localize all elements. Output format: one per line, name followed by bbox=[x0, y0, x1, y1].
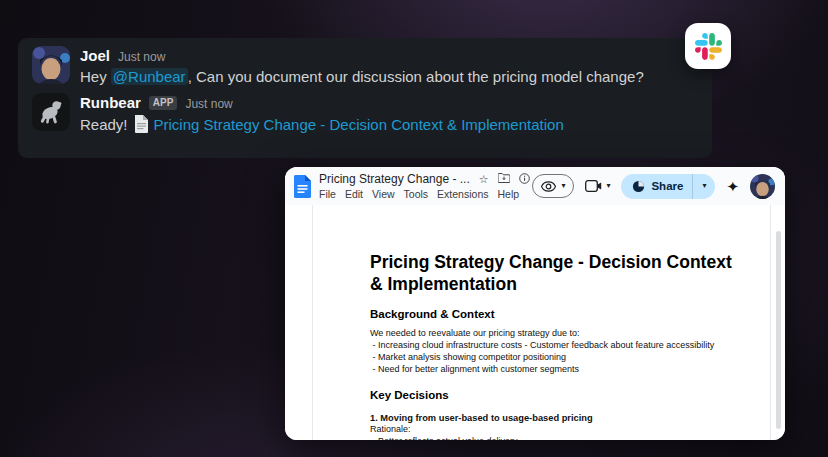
menu-edit[interactable]: Edit bbox=[345, 188, 363, 200]
account-avatar[interactable] bbox=[750, 174, 775, 199]
slack-app-badge bbox=[685, 23, 731, 69]
info-icon[interactable] bbox=[519, 173, 530, 186]
docs-header: Pricing Strategy Change - ... ☆ File Edi… bbox=[285, 167, 785, 205]
doc-text-line: We needed to reevaluate our pricing stra… bbox=[370, 328, 766, 340]
doc-text-line: - Increasing cloud infrastructure costs … bbox=[370, 340, 766, 352]
google-docs-window: Pricing Strategy Change - ... ☆ File Edi… bbox=[285, 167, 785, 440]
slack-logo-icon bbox=[695, 33, 722, 60]
move-folder-icon[interactable] bbox=[498, 173, 510, 185]
eye-icon bbox=[541, 181, 556, 192]
message-text-after: , Can you document our discussion about … bbox=[188, 68, 644, 85]
mention-runbear[interactable]: @Runbear bbox=[111, 68, 188, 85]
doc-text-line: Rationale: bbox=[370, 424, 766, 436]
document-link[interactable]: Pricing Strategy Change - Decision Conte… bbox=[154, 116, 564, 133]
slack-message-panel: Joel Just now Hey @Runbear, Can you docu… bbox=[18, 38, 712, 158]
message-timestamp: Just now bbox=[118, 50, 165, 64]
document-file-icon bbox=[134, 115, 149, 133]
author-name[interactable]: Joel bbox=[80, 47, 110, 64]
slack-message-runbear: Runbear APP Just now Ready! bbox=[32, 93, 698, 133]
app-badge: APP bbox=[149, 96, 178, 110]
message-text: Hey @Runbear, Can you document our discu… bbox=[80, 68, 644, 85]
menu-file[interactable]: File bbox=[319, 188, 336, 200]
meet-call-button[interactable]: ▾ bbox=[585, 180, 610, 192]
message-text-before: Hey bbox=[80, 68, 111, 85]
doc-heading: Pricing Strategy Change - Decision Conte… bbox=[370, 251, 742, 295]
google-docs-logo-icon bbox=[294, 175, 311, 198]
share-button-group: Share ▾ bbox=[621, 174, 715, 199]
share-button[interactable]: Share bbox=[621, 174, 692, 199]
scrollbar-thumb[interactable] bbox=[776, 231, 781, 429]
slack-message-joel: Joel Just now Hey @Runbear, Can you docu… bbox=[32, 46, 698, 85]
desktop-background: Joel Just now Hey @Runbear, Can you docu… bbox=[0, 0, 828, 457]
menu-tools[interactable]: Tools bbox=[404, 188, 429, 200]
video-camera-icon bbox=[585, 180, 602, 192]
menu-help[interactable]: Help bbox=[497, 188, 519, 200]
page-right-edge bbox=[770, 205, 771, 440]
gemini-sparkle-icon[interactable]: ✦ bbox=[726, 179, 739, 194]
avatar-joel-image bbox=[32, 46, 70, 84]
author-name[interactable]: Runbear bbox=[80, 94, 141, 111]
account-avatar-image bbox=[750, 174, 775, 199]
chevron-down-icon: ▾ bbox=[606, 182, 610, 190]
runbear-bear-icon bbox=[32, 93, 70, 131]
doc-text-line: - Better reflects actual value delivery bbox=[370, 436, 766, 440]
share-options-button[interactable]: ▾ bbox=[692, 174, 715, 199]
chevron-down-icon: ▾ bbox=[561, 182, 565, 190]
page-left-edge bbox=[312, 205, 313, 440]
doc-section-title: Background & Context bbox=[370, 308, 766, 320]
docs-menubar: File Edit View Tools Extensions Help bbox=[319, 188, 530, 200]
avatar-joel[interactable] bbox=[32, 46, 70, 84]
menu-view[interactable]: View bbox=[372, 188, 395, 200]
star-icon[interactable]: ☆ bbox=[479, 174, 489, 185]
document-title[interactable]: Pricing Strategy Change - ... bbox=[319, 172, 470, 186]
doc-decision-title: 1. Moving from user-based to usage-based… bbox=[370, 412, 766, 424]
document-canvas: Pricing Strategy Change - Decision Conte… bbox=[285, 205, 785, 440]
doc-section-title: Key Decisions bbox=[370, 389, 766, 401]
avatar-runbear[interactable] bbox=[32, 93, 70, 131]
viewing-mode-button[interactable]: ▾ bbox=[532, 174, 574, 198]
doc-text-line: - Need for better alignment with custome… bbox=[370, 364, 766, 376]
share-access-lock-icon bbox=[632, 180, 645, 193]
message-timestamp: Just now bbox=[185, 97, 232, 111]
document-page[interactable]: Pricing Strategy Change - Decision Conte… bbox=[370, 251, 766, 440]
message-text: Ready! bbox=[80, 116, 128, 133]
share-button-label: Share bbox=[651, 180, 683, 192]
chevron-down-icon: ▾ bbox=[702, 182, 706, 190]
doc-text-line: - Market analysis showing competitor pos… bbox=[370, 352, 766, 364]
menu-extensions[interactable]: Extensions bbox=[437, 188, 488, 200]
